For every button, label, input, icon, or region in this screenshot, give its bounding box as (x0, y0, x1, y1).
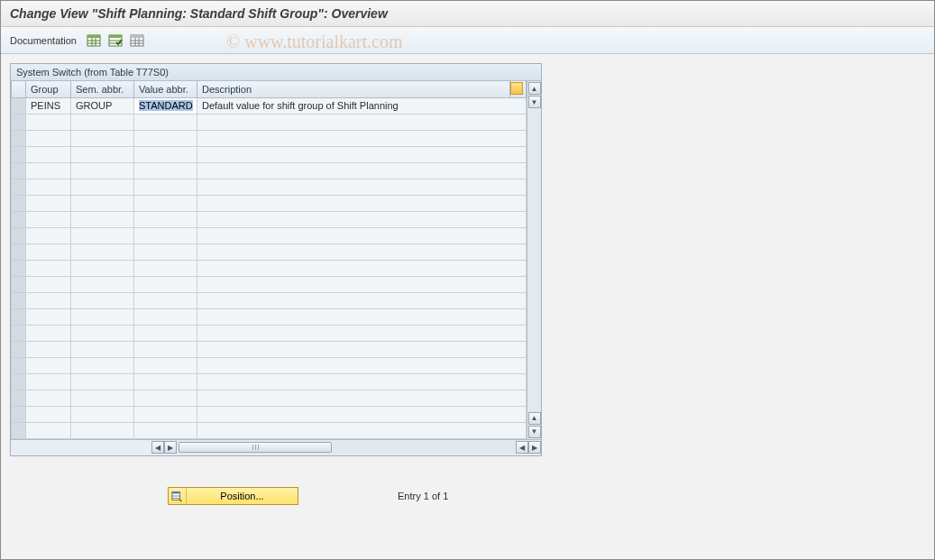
cell-value-abbr[interactable] (134, 341, 197, 357)
cell-sem-abbr (71, 130, 134, 146)
cell-value-abbr[interactable] (134, 162, 197, 179)
table-row[interactable] (12, 260, 527, 276)
cell-value-abbr[interactable] (134, 325, 197, 341)
table-row[interactable] (12, 162, 527, 179)
cell-value-abbr[interactable] (134, 276, 197, 292)
col-header-group[interactable]: Group (26, 81, 71, 97)
cell-value-abbr[interactable] (134, 114, 197, 130)
row-selector[interactable] (12, 179, 26, 195)
col-header-sem-abbr[interactable]: Sem. abbr. (71, 81, 134, 97)
row-selector[interactable] (12, 373, 26, 390)
cell-description (197, 195, 527, 211)
cell-value-abbr[interactable] (134, 195, 197, 211)
cell-value-abbr[interactable] (134, 373, 197, 390)
scroll-left-arrow-icon[interactable]: ◀ (151, 441, 164, 454)
row-selector[interactable] (12, 130, 26, 146)
table-row[interactable] (12, 292, 527, 308)
scroll-down-arrow-icon[interactable]: ▼ (528, 96, 541, 108)
row-selector[interactable] (12, 114, 26, 130)
position-button[interactable]: Position... (168, 487, 298, 505)
table-row[interactable] (12, 114, 527, 130)
row-selector[interactable] (12, 406, 26, 422)
table-row[interactable] (12, 179, 527, 195)
cell-value-abbr[interactable] (134, 357, 197, 373)
cell-value-abbr[interactable]: STANDARD (134, 97, 197, 114)
row-selector[interactable] (12, 162, 26, 179)
toolbar-icon-3[interactable] (129, 32, 145, 49)
cell-value-abbr[interactable] (134, 179, 197, 195)
table-row[interactable] (12, 130, 527, 146)
cell-description (197, 211, 527, 227)
table-row[interactable] (12, 390, 527, 406)
table-row[interactable] (12, 325, 527, 341)
configure-columns-button[interactable] (510, 81, 527, 97)
cell-value-abbr[interactable] (134, 260, 197, 276)
row-selector[interactable] (12, 146, 26, 162)
row-selector[interactable] (12, 308, 26, 325)
table-row[interactable] (12, 146, 527, 162)
cell-value-abbr[interactable] (134, 243, 197, 260)
cell-value-abbr[interactable] (134, 211, 197, 227)
row-selector[interactable] (12, 341, 26, 357)
cell-value-abbr[interactable] (134, 406, 197, 422)
table-row[interactable] (12, 422, 527, 438)
col-header-value-abbr[interactable]: Value abbr. (134, 81, 197, 97)
toolbar-icon-1[interactable] (86, 32, 102, 49)
cell-description (197, 292, 527, 308)
scroll-up-arrow-2-icon[interactable]: ▲ (528, 412, 541, 425)
table-row[interactable] (12, 195, 527, 211)
cell-value-abbr[interactable] (134, 292, 197, 308)
row-selector[interactable] (12, 243, 26, 260)
cell-value-abbr[interactable] (134, 308, 197, 325)
row-selector[interactable] (12, 195, 26, 211)
cell-group (26, 227, 71, 243)
cell-value-abbr[interactable] (134, 227, 197, 243)
row-selector[interactable] (12, 292, 26, 308)
toolbar: Documentation (1, 27, 934, 54)
table-row[interactable] (12, 276, 527, 292)
table-row[interactable]: PEINSGROUPSTANDARDDefault value for shif… (12, 97, 527, 114)
cell-value-abbr[interactable] (134, 130, 197, 146)
cell-description (197, 276, 527, 292)
row-selector[interactable] (12, 390, 26, 406)
cell-group (26, 308, 71, 325)
cell-sem-abbr (71, 243, 134, 260)
configure-icon (510, 82, 523, 95)
cell-sem-abbr (71, 276, 134, 292)
scroll-right-arrow-icon[interactable]: ▶ (164, 441, 177, 454)
row-selector[interactable] (12, 227, 26, 243)
horizontal-scrollbar[interactable]: ◀ ▶ ◀ ▶ (151, 440, 541, 454)
cell-value-abbr[interactable] (134, 422, 197, 438)
svg-rect-17 (171, 491, 179, 493)
scroll-up-arrow-icon[interactable]: ▲ (528, 82, 541, 95)
cell-value-abbr[interactable] (134, 390, 197, 406)
scroll-right-arrow-2-icon[interactable]: ▶ (528, 441, 541, 454)
row-selector-header[interactable] (12, 81, 26, 97)
row-selector[interactable] (12, 422, 26, 438)
table-row[interactable] (12, 211, 527, 227)
cell-value-abbr[interactable] (134, 146, 197, 162)
table-row[interactable] (12, 357, 527, 373)
table-row[interactable] (12, 406, 527, 422)
documentation-button[interactable]: Documentation (10, 35, 77, 46)
row-selector[interactable] (12, 211, 26, 227)
row-selector[interactable] (12, 357, 26, 373)
vertical-scrollbar[interactable]: ▲ ▼ ▲ ▼ (527, 81, 541, 439)
table-row[interactable] (12, 227, 527, 243)
table-row[interactable] (12, 373, 527, 390)
scroll-down-arrow-2-icon[interactable]: ▼ (528, 426, 541, 438)
row-selector[interactable] (12, 276, 26, 292)
toolbar-icon-2[interactable] (107, 32, 124, 49)
row-selector[interactable] (12, 260, 26, 276)
table-row[interactable] (12, 308, 527, 325)
table-row[interactable] (12, 341, 527, 357)
row-selector[interactable] (12, 325, 26, 341)
cell-group (26, 341, 71, 357)
hscroll-thumb[interactable] (179, 442, 332, 453)
col-header-description[interactable]: Description (197, 81, 510, 97)
cell-description (197, 341, 527, 357)
row-selector[interactable] (12, 97, 26, 114)
vscroll-track[interactable] (527, 109, 541, 411)
scroll-left-arrow-2-icon[interactable]: ◀ (516, 441, 528, 454)
table-row[interactable] (12, 243, 527, 260)
